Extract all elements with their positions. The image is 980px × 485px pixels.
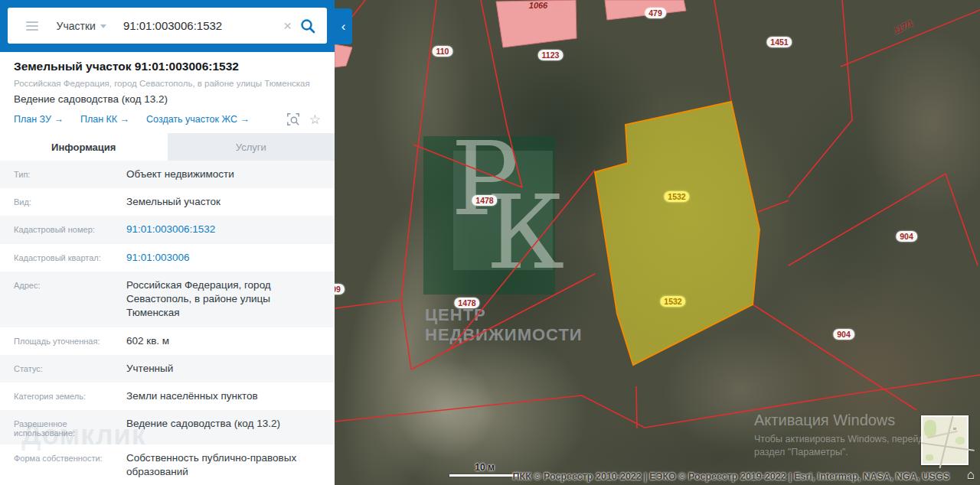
cadastral-map-app: Р К ЦЕНТР НЕДВИЖИМОСТИ <box>0 0 980 485</box>
create-parcel-link[interactable]: Создать участок ЖС → <box>146 114 250 125</box>
selected-parcel-1532[interactable] <box>595 102 760 365</box>
tab-bar: Информация Услуги <box>0 133 335 161</box>
locate-on-map-icon[interactable] <box>286 112 300 126</box>
parcel-label[interactable]: 1123 <box>538 50 564 60</box>
minimap-park <box>924 420 936 437</box>
object-links: План ЗУ → План КК → Создать участок ЖС →… <box>14 112 321 126</box>
table-row: Площадь уточненная:602 кв. м <box>0 327 335 355</box>
parcel-label[interactable]: 479 <box>645 8 666 18</box>
parcel-label[interactable]: 1478 <box>454 298 479 308</box>
search-category-dropdown[interactable]: Участки <box>57 20 106 32</box>
parcel-label: 1066 <box>529 1 547 10</box>
clear-search-icon[interactable]: × <box>276 18 299 33</box>
cadastral-number-link[interactable]: 91:01:003006:1532 <box>126 223 324 236</box>
cadastral-quarter-link[interactable]: 91:01:003006 <box>126 251 324 265</box>
info-panel: Участки × Земельный участок 91:01:003006… <box>0 0 335 485</box>
parcel-label[interactable]: 904 <box>896 231 917 242</box>
collapse-panel-button[interactable]: ‹ <box>335 8 352 44</box>
table-row: Категория земель:Земли населённых пункто… <box>0 382 335 410</box>
scale-bar: 10 м <box>449 462 520 477</box>
overview-minimap[interactable] <box>921 415 969 465</box>
details-table: Тип:Объект недвижимости Вид:Земельный уч… <box>0 161 335 485</box>
home-icon[interactable]: ⌂ <box>967 468 975 481</box>
minimap-park <box>926 454 933 461</box>
table-row: Форма собственности:Собственность публич… <box>0 444 335 485</box>
minimap-road <box>921 442 975 451</box>
map-attribution: ПКК © Росреестр 2010-2022 | ЕЭКО © Росре… <box>513 471 949 482</box>
chevron-down-icon <box>100 24 106 28</box>
table-row: Тип:Объект недвижимости <box>0 161 335 188</box>
favorite-star-icon[interactable]: ☆ <box>309 113 321 126</box>
parcel-label[interactable]: 1451 <box>766 37 792 47</box>
table-row: Вид:Земельный участок <box>0 188 335 216</box>
search-category-label: Участки <box>57 20 96 32</box>
search-header: Участки × <box>0 0 335 52</box>
minimap-park <box>956 437 965 444</box>
plan-kk-link[interactable]: План КК → <box>80 114 129 125</box>
search-icon[interactable] <box>299 18 316 34</box>
satellite-map[interactable]: Р К ЦЕНТР НЕДВИЖИМОСТИ <box>335 0 980 485</box>
parcel-label[interactable]: 110 <box>433 46 453 57</box>
object-usage: Ведение садоводства (код 13.2) <box>14 93 321 105</box>
table-row: Кадастровый квартал:91:01:003006 <box>0 244 335 272</box>
parcel-label[interactable]: 904 <box>833 329 854 340</box>
page-title: Земельный участок 91:01:003006:1532 <box>14 58 321 73</box>
menu-icon[interactable] <box>26 21 38 31</box>
parcel-label[interactable]: 1478 <box>472 195 497 206</box>
table-row: Статус:Учтенный <box>0 355 335 382</box>
minimap-marker <box>953 428 956 430</box>
object-address-subtitle: Российская Федерация, город Севастополь,… <box>14 79 321 88</box>
tab-services[interactable]: Услуги <box>168 133 335 161</box>
scale-label: 10 м <box>449 462 520 473</box>
tab-information[interactable]: Информация <box>0 133 168 161</box>
minimap-road <box>939 416 954 468</box>
search-box: Участки × <box>8 8 327 44</box>
search-input[interactable] <box>123 19 276 32</box>
table-row: Разрешенное использование:Ведение садово… <box>0 410 335 444</box>
building-footprints <box>335 0 686 67</box>
object-summary: Земельный участок 91:01:003006:1532 Росс… <box>0 52 335 126</box>
parcel-label[interactable]: 99 <box>335 284 345 295</box>
table-row: Адрес:Российская Федерация, город Севаст… <box>0 272 335 327</box>
selected-parcel-label[interactable]: 1532 <box>660 296 685 307</box>
table-row: Кадастровый номер:91:01:003006:1532 <box>0 216 335 243</box>
selected-parcel-label[interactable]: 1532 <box>664 191 689 202</box>
plan-zu-link[interactable]: План ЗУ → <box>14 114 64 125</box>
cadastral-lines <box>335 0 980 485</box>
